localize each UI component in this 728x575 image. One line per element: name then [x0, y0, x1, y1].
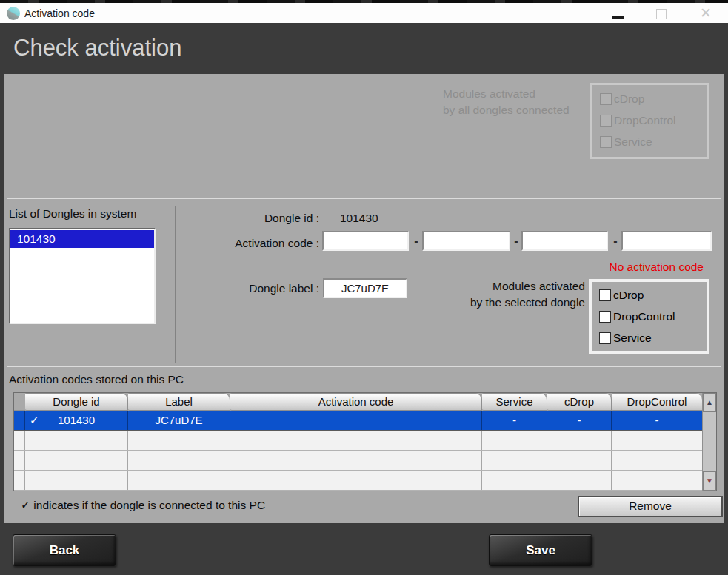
- checkbox-label: Service: [613, 332, 652, 345]
- table-row-selected[interactable]: ✓ 101430 JC7uD7E - - -: [14, 411, 702, 431]
- checkbox-label: cDrop: [613, 289, 644, 302]
- checkbox-service-all[interactable]: [600, 136, 612, 148]
- activation-code-input-1[interactable]: [322, 231, 409, 251]
- checkbox-dropcontrol[interactable]: [599, 311, 611, 323]
- modules-selected-label-line2: by the selected dongle: [360, 295, 585, 311]
- divider: [7, 198, 721, 199]
- scrollbar-track[interactable]: [703, 412, 716, 471]
- column-header-dongle-id[interactable]: Dongle id: [25, 393, 128, 411]
- column-header-cdrop[interactable]: cDrop: [547, 393, 612, 411]
- modules-all-groupbox: cDrop DropControl Service: [590, 83, 709, 159]
- remove-button[interactable]: Remove: [578, 496, 723, 517]
- cell-cdrop: -: [547, 411, 612, 430]
- minimize-icon[interactable]: [612, 16, 624, 19]
- cell-service: -: [482, 411, 547, 430]
- column-header-connected: [14, 393, 25, 411]
- module-row-dropcontrol-all: DropControl: [600, 115, 707, 127]
- save-button[interactable]: Save: [489, 534, 592, 566]
- activation-code-input-2[interactable]: [422, 231, 510, 251]
- checkbox-label: DropControl: [613, 310, 675, 323]
- column-header-activation-code[interactable]: Activation code: [230, 393, 482, 411]
- column-header-label[interactable]: Label: [128, 393, 230, 411]
- checkbox-label: Service: [614, 135, 652, 149]
- table-scrollbar[interactable]: ▲ ▼: [702, 393, 716, 491]
- modules-all-label-line1: Modules activated: [443, 86, 570, 102]
- checkbox-dropcontrol-all[interactable]: [600, 115, 612, 127]
- table-row-empty[interactable]: [14, 431, 702, 451]
- cell-label: JC7uD7E: [128, 411, 230, 430]
- no-activation-code-message: No activation code: [523, 260, 704, 274]
- cell-dongle-id: 101430: [25, 411, 128, 430]
- close-icon[interactable]: ✕: [695, 3, 717, 24]
- cell-activation-code: [230, 411, 482, 430]
- module-row-dropcontrol: DropControl: [599, 311, 707, 323]
- scroll-up-icon[interactable]: ▲: [703, 393, 716, 412]
- module-row-cdrop: cDrop: [599, 289, 707, 301]
- column-header-service[interactable]: Service: [482, 393, 547, 411]
- table-row-empty[interactable]: [14, 451, 702, 471]
- maximize-icon[interactable]: [656, 9, 667, 19]
- checkbox-service[interactable]: [599, 332, 611, 344]
- connected-check-icon: ✓: [30, 411, 39, 430]
- modules-all-label-line2: by all dongles connected: [443, 102, 570, 118]
- column-header-dropcontrol[interactable]: DropControl: [612, 393, 702, 411]
- code-separator: -: [611, 235, 620, 248]
- modules-all-label: Modules activated by all dongles connect…: [443, 86, 570, 118]
- modules-selected-groupbox: cDrop DropControl Service: [589, 279, 709, 354]
- back-button[interactable]: Back: [13, 534, 116, 566]
- modules-selected-label-line1: Modules activated: [360, 278, 585, 295]
- activation-code-input-4[interactable]: [621, 231, 712, 251]
- checkbox-label: cDrop: [614, 93, 644, 106]
- content-panel: Modules activated by all dongles connect…: [4, 74, 724, 523]
- window-title: Activation code: [24, 3, 95, 24]
- check-icon: ✓: [21, 499, 30, 511]
- table-row-empty[interactable]: [14, 471, 702, 491]
- dongle-id-value: 101430: [340, 212, 378, 225]
- stored-codes-table: Dongle id Label Activation code Service …: [13, 392, 717, 491]
- module-row-cdrop-all: cDrop: [600, 93, 707, 105]
- module-row-service-all: Service: [600, 136, 707, 148]
- checkbox-cdrop[interactable]: [599, 289, 611, 301]
- page-title: Check activation: [13, 23, 181, 74]
- cell-connected: [14, 411, 25, 430]
- code-separator: -: [512, 235, 521, 248]
- scroll-down-icon[interactable]: ▼: [703, 471, 716, 491]
- app-logo-icon: [7, 7, 20, 20]
- page-header: Check activation: [0, 23, 728, 74]
- divider: [7, 366, 721, 367]
- modules-selected-label: Modules activated by the selected dongle: [360, 278, 585, 311]
- checkbox-cdrop-all[interactable]: [600, 93, 612, 105]
- activation-code-label: Activation code :: [116, 237, 319, 250]
- dongle-label-label: Dongle label :: [116, 282, 319, 295]
- code-separator: -: [412, 235, 421, 248]
- table-header-row: Dongle id Label Activation code Service …: [14, 393, 702, 411]
- module-row-service: Service: [599, 332, 707, 344]
- checkbox-label: DropControl: [614, 114, 676, 127]
- stored-codes-label: Activation codes stored on this PC: [9, 373, 184, 386]
- activation-code-input-3[interactable]: [521, 231, 608, 251]
- dongle-id-label: Dongle id :: [116, 212, 319, 225]
- cell-dropcontrol: -: [612, 411, 702, 430]
- footnote-text: indicates if the dongle is connected to …: [33, 499, 265, 511]
- connected-footnote: ✓ indicates if the dongle is connected t…: [21, 499, 265, 512]
- title-bar: Activation code ✕: [0, 3, 728, 24]
